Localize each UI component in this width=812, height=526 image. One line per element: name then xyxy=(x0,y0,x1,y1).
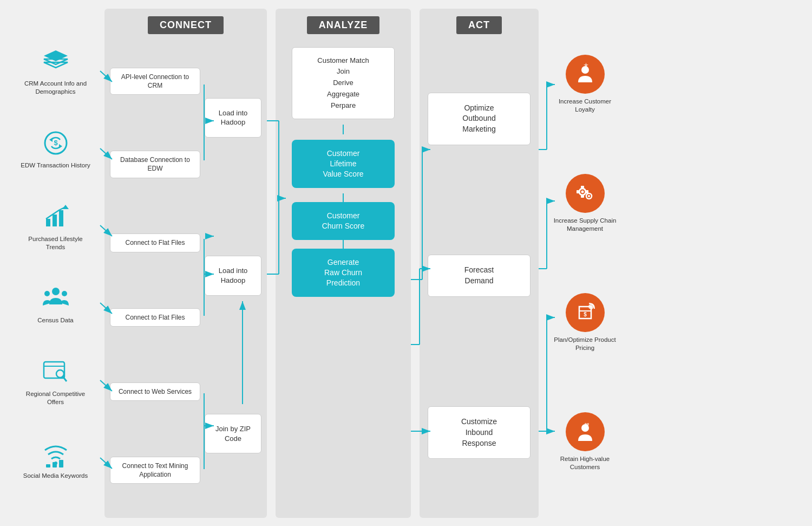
analyze-rawchurn: GenerateRaw ChurnPrediction xyxy=(292,249,395,297)
connect-text: Connect to Text Mining Application xyxy=(110,457,200,484)
analyze-panel: ANALYZE Customer MatchJoinDeriveAggregat… xyxy=(276,9,411,518)
source-census-label: Census Data xyxy=(37,316,73,324)
outcome-retain-label: Retain High-value Customers xyxy=(550,455,620,471)
outcome-loyalty: Increase Customer Loyalty xyxy=(543,55,627,114)
svg-rect-7 xyxy=(46,219,50,226)
svg-point-22 xyxy=(581,66,589,74)
svg-rect-20 xyxy=(53,462,57,467)
act-customize-inbound: CustomizeInboundResponse xyxy=(428,406,531,459)
svg-rect-21 xyxy=(59,460,63,467)
outcome-loyalty-label: Increase Customer Loyalty xyxy=(550,98,620,114)
outcomes-column: Increase Customer Loyalty Increase Suppl… xyxy=(543,9,627,518)
source-social-label: Social Media Keywords xyxy=(23,472,88,480)
source-lifestyle: Purchased Lifestyle Trends xyxy=(11,202,100,251)
analyze-prep: Customer MatchJoinDeriveAggregatePerpare xyxy=(292,47,395,120)
svg-rect-31 xyxy=(586,190,588,193)
analyze-clv: CustomerLifetimeValue Score xyxy=(292,140,395,188)
source-edw-label: EDW Transaction History xyxy=(21,161,90,170)
search-window-icon xyxy=(41,356,71,387)
analyze-title: ANALYZE xyxy=(307,16,379,34)
person-heart-icon xyxy=(566,412,605,451)
bar-chart-icon xyxy=(41,202,71,232)
connect-left-boxes: API-level Connection to CRM Database Con… xyxy=(110,42,200,510)
source-social: Social Media Keywords xyxy=(11,438,100,480)
svg-point-12 xyxy=(44,291,50,296)
gears-icon xyxy=(566,174,605,213)
act-optimize-outbound: OptimizeOutboundMarketing xyxy=(428,93,531,145)
source-regional-label: Regional Competitive Offers xyxy=(21,390,91,406)
act-title: ACT xyxy=(456,16,502,34)
connect-flat1: Connect to Flat Files xyxy=(110,233,200,252)
svg-rect-8 xyxy=(53,215,57,226)
connect-panel: CONNECT API-level Connection to CRM Data… xyxy=(104,9,267,518)
outcome-pricing: $ Plan/Optimize Product Pricing xyxy=(543,293,627,352)
analyze-churn: CustomerChurn Score xyxy=(292,202,395,240)
svg-rect-19 xyxy=(46,464,50,467)
person-star-icon xyxy=(566,55,605,94)
connect-hadoop2: Load into Hadoop xyxy=(205,256,261,295)
svg-point-13 xyxy=(62,291,67,296)
source-edw: $ EDW Transaction History xyxy=(11,128,100,170)
source-crm: CRM Account Info and Demographics xyxy=(11,46,100,96)
connect-api-crm: API-level Connection to CRM xyxy=(110,68,200,95)
act-forecast: ForecastDemand xyxy=(428,255,531,296)
svg-point-16 xyxy=(56,370,64,378)
connect-flat2: Connect to Flat Files xyxy=(110,308,200,327)
outcome-supply-label: Increase Supply Chain Management xyxy=(550,217,620,233)
connect-right-boxes: Load into Hadoop Load into Hadoop Join b… xyxy=(205,42,261,510)
outcome-supply: Increase Supply Chain Management xyxy=(543,174,627,233)
svg-point-27 xyxy=(588,195,590,197)
act-panel: ACT OptimizeOutboundMarketing ForecastDe… xyxy=(420,9,539,518)
source-census: Census Data xyxy=(11,283,100,324)
wifi-bars-icon xyxy=(41,438,71,469)
svg-rect-28 xyxy=(581,186,584,188)
sources-column: CRM Account Info and Demographics $ EDW … xyxy=(11,9,100,518)
layers-icon xyxy=(41,46,71,76)
connect-hadoop1: Load into Hadoop xyxy=(205,98,261,138)
svg-rect-30 xyxy=(577,190,579,193)
source-lifestyle-label: Purchased Lifestyle Trends xyxy=(21,235,91,251)
svg-rect-29 xyxy=(581,196,584,198)
source-regional: Regional Competitive Offers xyxy=(11,356,100,406)
outcome-retain: Retain High-value Customers xyxy=(543,412,627,471)
svg-marker-6 xyxy=(59,144,62,148)
svg-text:$: $ xyxy=(54,139,58,147)
refresh-dollar-icon: $ xyxy=(41,128,71,158)
source-crm-label: CRM Account Info and Demographics xyxy=(21,80,91,96)
svg-rect-9 xyxy=(59,210,63,226)
connect-web: Connect to Web Services xyxy=(110,382,200,401)
svg-marker-5 xyxy=(49,138,53,142)
connect-db-edw: Database Connection to EDW xyxy=(110,151,200,178)
people-icon xyxy=(41,283,71,313)
tag-gift-icon: $ xyxy=(566,293,605,332)
svg-point-11 xyxy=(52,288,60,295)
svg-marker-10 xyxy=(62,205,69,209)
connect-zip: Join by ZIP Code xyxy=(205,414,261,453)
connect-title: CONNECT xyxy=(148,16,224,34)
svg-point-25 xyxy=(581,191,584,193)
outcome-pricing-label: Plan/Optimize Product Pricing xyxy=(550,336,620,352)
svg-text:$: $ xyxy=(584,311,587,317)
